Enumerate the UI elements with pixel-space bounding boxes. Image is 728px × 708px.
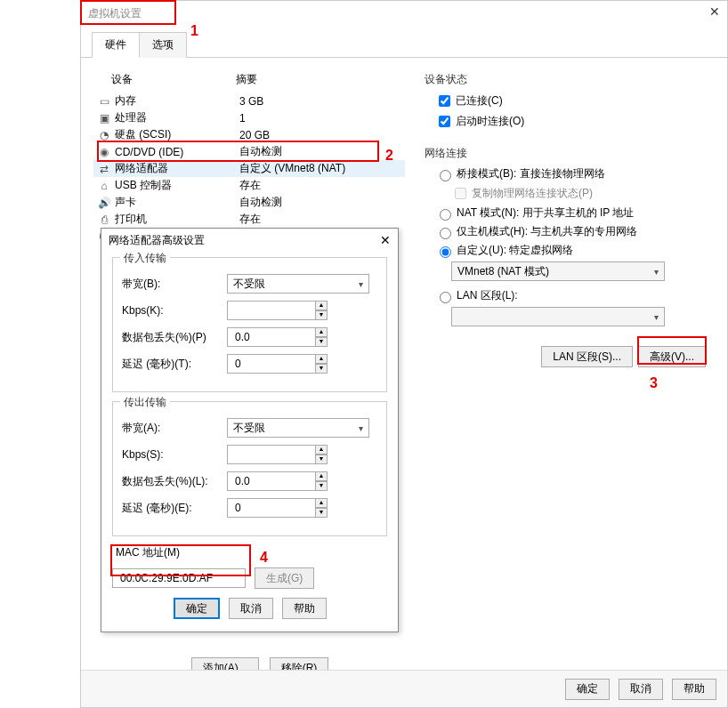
bridged-text: 桥接模式(B): 直接连接物理网络 <box>457 166 605 181</box>
hardware-summary: 自定义 (VMnet8 (NAT) <box>239 161 405 176</box>
memory-icon: ▭ <box>97 94 111 109</box>
connect-at-power-input[interactable] <box>439 116 450 127</box>
tab-options[interactable]: 选项 <box>139 32 187 58</box>
kbps-out-input[interactable] <box>227 445 316 464</box>
loss-out-spinner[interactable]: ▲▼ <box>315 471 328 491</box>
hardware-name: 硬盘 (SCSI) <box>115 127 239 142</box>
hardware-summary: 存在 <box>239 178 405 193</box>
network-adapter-advanced-dialog: 网络适配器高级设置 ✕ 传入传输 带宽(B): 不受限▾ Kbps(K): ▲▼… <box>101 228 399 632</box>
hardware-row-printer[interactable]: ⎙打印机存在 <box>93 211 405 228</box>
bridged-input[interactable] <box>440 170 451 181</box>
latency-in-input[interactable] <box>227 354 316 374</box>
hardware-row-memory[interactable]: ▭内存3 GB <box>93 93 405 109</box>
chevron-down-icon: ▾ <box>359 279 363 289</box>
kbps-out-label: Kbps(S): <box>122 448 227 461</box>
hardware-list: ▭内存3 GB▣处理器1◔硬盘 (SCSI)20 GB◉CD/DVD (IDE)… <box>93 93 405 245</box>
adv-ok-button[interactable]: 确定 <box>174 598 220 619</box>
nat-radio[interactable]: NAT 模式(N): 用于共享主机的 IP 地址 <box>435 205 715 221</box>
loss-out-label: 数据包丢失(%)(L): <box>122 474 227 489</box>
hardware-row-cpu[interactable]: ▣处理器1 <box>93 109 405 126</box>
cd-icon: ◉ <box>97 145 111 159</box>
advanced-title: 网络适配器高级设置 <box>109 233 205 248</box>
bandwidth-in-select[interactable]: 不受限▾ <box>227 274 369 294</box>
hardware-summary: 20 GB <box>239 129 405 141</box>
ok-button[interactable]: 确定 <box>565 679 610 700</box>
hardware-row-net[interactable]: ⇄网络适配器自定义 (VMnet8 (NAT) <box>93 160 405 177</box>
hardware-row-sound[interactable]: 🔊声卡自动检测 <box>93 194 405 211</box>
mac-address-input[interactable] <box>112 568 246 588</box>
nat-text: NAT 模式(N): 用于共享主机的 IP 地址 <box>457 205 634 221</box>
lan-segment-input[interactable] <box>440 292 451 303</box>
printer-icon: ⎙ <box>97 213 111 227</box>
generate-mac-button[interactable]: 生成(G) <box>255 567 314 589</box>
advanced-button[interactable]: 高级(V)... <box>638 346 706 367</box>
cancel-button[interactable]: 取消 <box>619 679 663 700</box>
cpu-icon: ▣ <box>97 111 111 125</box>
lan-segment-text: LAN 区段(L): <box>457 288 518 303</box>
help-button[interactable]: 帮助 <box>672 679 716 700</box>
hostonly-input[interactable] <box>440 228 451 239</box>
bandwidth-out-select[interactable]: 不受限▾ <box>227 418 369 438</box>
col-device: 设备 <box>93 72 236 87</box>
hardware-name: 声卡 <box>115 195 239 210</box>
hardware-name: 网络适配器 <box>115 161 239 176</box>
adv-help-button[interactable]: 帮助 <box>282 598 327 619</box>
title-bar: 虚拟机设置 ✕ <box>81 1 727 26</box>
close-icon[interactable]: ✕ <box>709 4 720 19</box>
outgoing-legend: 传出传输 <box>120 395 170 410</box>
usb-icon: ⌂ <box>97 179 111 193</box>
bridged-radio[interactable]: 桥接模式(B): 直接连接物理网络 <box>435 166 715 181</box>
latency-out-input[interactable] <box>227 498 316 518</box>
bandwidth-out-label: 带宽(A): <box>122 421 227 436</box>
sound-icon: 🔊 <box>97 196 111 210</box>
hostonly-radio[interactable]: 仅主机模式(H): 与主机共享的专用网络 <box>435 224 715 239</box>
advanced-title-bar: 网络适配器高级设置 ✕ <box>101 229 398 252</box>
hardware-name: 打印机 <box>115 212 239 227</box>
tabs: 硬件 选项 <box>81 31 727 58</box>
hardware-summary: 3 GB <box>239 95 405 108</box>
replicate-text: 复制物理网络连接状态(P) <box>472 186 593 201</box>
hardware-summary: 自动检测 <box>239 195 405 210</box>
nat-input[interactable] <box>440 209 451 221</box>
hostonly-text: 仅主机模式(H): 与主机共享的专用网络 <box>457 224 637 239</box>
hardware-summary: 存在 <box>239 212 405 227</box>
bandwidth-in-label: 带宽(B): <box>122 277 227 292</box>
incoming-legend: 传入传输 <box>120 251 170 266</box>
custom-radio[interactable]: 自定义(U): 特定虚拟网络 <box>435 243 715 258</box>
loss-in-input[interactable] <box>227 327 316 347</box>
loss-in-spinner[interactable]: ▲▼ <box>315 327 328 347</box>
hardware-row-usb[interactable]: ⌂USB 控制器存在 <box>93 177 405 194</box>
latency-in-spinner[interactable]: ▲▼ <box>315 354 328 374</box>
tab-hardware[interactable]: 硬件 <box>92 32 140 58</box>
hardware-row-disk[interactable]: ◔硬盘 (SCSI)20 GB <box>93 126 405 143</box>
right-button-row: LAN 区段(S)... 高级(V)... <box>425 346 715 367</box>
device-settings-panel: 设备状态 已连接(C) 启动时连接(O) 网络连接 桥接模式(B): 直接连接物… <box>421 68 715 367</box>
custom-input[interactable] <box>440 246 451 258</box>
chevron-down-icon: ▾ <box>654 267 659 277</box>
hardware-header: 设备 摘要 <box>93 68 405 93</box>
mac-address-label: MAC 地址(M) <box>116 545 387 560</box>
lan-segments-button[interactable]: LAN 区段(S)... <box>541 346 633 367</box>
advanced-button-row: 确定 取消 帮助 <box>112 598 387 619</box>
connect-at-power-checkbox[interactable]: 启动时连接(O) <box>435 113 715 130</box>
lan-segment-radio[interactable]: LAN 区段(L): <box>435 288 715 303</box>
network-connection-label: 网络连接 <box>425 146 715 161</box>
latency-out-spinner[interactable]: ▲▼ <box>315 498 328 518</box>
chevron-down-icon: ▾ <box>654 312 659 322</box>
replicate-checkbox: 复制物理网络连接状态(P) <box>451 185 715 202</box>
latency-in-label: 延迟 (毫秒)(T): <box>122 357 227 372</box>
hardware-row-cd[interactable]: ◉CD/DVD (IDE)自动检测 <box>93 143 405 160</box>
connected-input[interactable] <box>439 95 450 107</box>
kbps-in-input[interactable] <box>227 301 316 320</box>
kbps-in-label: Kbps(K): <box>122 304 227 317</box>
kbps-in-spinner[interactable]: ▲▼ <box>315 301 328 320</box>
connected-checkbox[interactable]: 已连接(C) <box>435 93 715 109</box>
close-icon[interactable]: ✕ <box>380 233 391 247</box>
kbps-out-spinner[interactable]: ▲▼ <box>315 445 328 464</box>
adv-cancel-button[interactable]: 取消 <box>229 598 273 619</box>
hardware-name: 处理器 <box>115 110 239 125</box>
custom-network-select[interactable]: VMnet8 (NAT 模式) ▾ <box>451 261 665 281</box>
connected-text: 已连接(C) <box>456 93 503 109</box>
loss-out-input[interactable] <box>227 471 316 491</box>
custom-text: 自定义(U): 特定虚拟网络 <box>457 243 573 258</box>
